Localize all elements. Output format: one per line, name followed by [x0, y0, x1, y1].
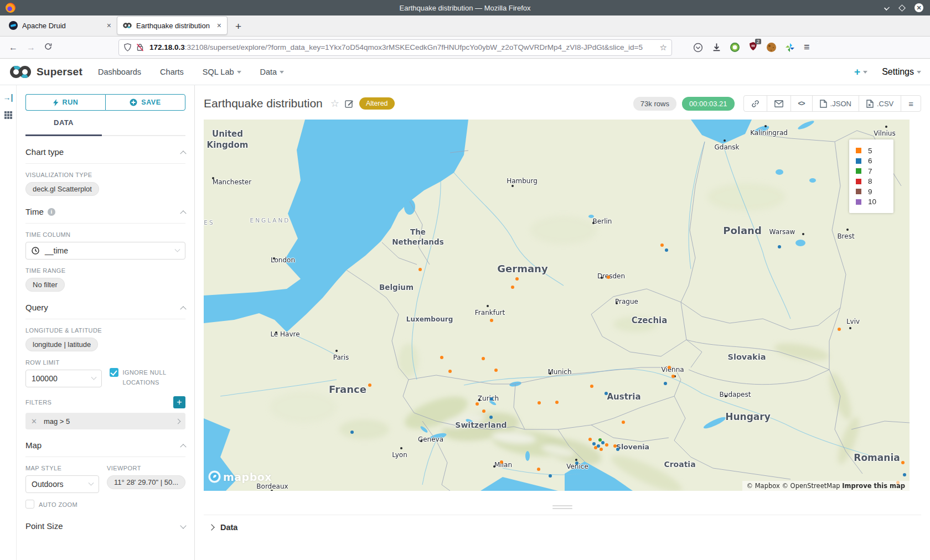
- data-point: [778, 245, 781, 248]
- map-attribution[interactable]: © Mapbox © OpenStreetMap Improve this ma…: [742, 481, 910, 491]
- data-point: [448, 370, 452, 373]
- datasource-grid-icon[interactable]: [4, 111, 13, 120]
- insecure-lock-icon[interactable]: [136, 43, 144, 51]
- new-tab-button[interactable]: +: [235, 20, 241, 33]
- legend-label: 10: [868, 198, 876, 206]
- chevron-up-icon: [180, 210, 186, 216]
- extension-pinwheel-icon[interactable]: [785, 43, 795, 53]
- nav-charts[interactable]: Charts: [160, 68, 184, 76]
- nav-sql-lab[interactable]: SQL Lab: [203, 68, 241, 76]
- data-point: [490, 397, 493, 401]
- map-label: Switzerland: [455, 420, 507, 431]
- forward-button[interactable]: →: [27, 43, 35, 53]
- nav-dashboards[interactable]: Dashboards: [98, 68, 141, 76]
- tab-close-icon[interactable]: ×: [217, 21, 221, 30]
- city-dot: [400, 447, 402, 449]
- collapse-panel-icon[interactable]: →|: [3, 93, 13, 102]
- viz-type-value[interactable]: deck.gl Scatterplot: [25, 182, 99, 196]
- reload-button[interactable]: [44, 43, 52, 53]
- data-section-toggle[interactable]: Data: [204, 515, 921, 532]
- auto-zoom-label: AUTO ZOOM: [39, 500, 78, 510]
- lonlat-value[interactable]: longitude | latitude: [25, 338, 98, 351]
- city-dot: [592, 222, 595, 224]
- extension-badge: 2: [755, 39, 761, 44]
- panel-resize-handle[interactable]: [552, 505, 572, 509]
- favorite-star-icon[interactable]: ☆: [330, 97, 339, 110]
- chevron-up-icon: [180, 306, 186, 312]
- section-chart-type[interactable]: Chart type: [25, 136, 185, 163]
- window-close-button[interactable]: ✕: [914, 3, 923, 12]
- viewport-value[interactable]: 11° 28' 29.70" | 50...: [107, 475, 185, 489]
- chart-menu-button[interactable]: ≡: [901, 96, 921, 111]
- bookmark-star-icon[interactable]: ☆: [660, 43, 667, 53]
- section-map[interactable]: Map: [25, 429, 185, 457]
- pocket-icon[interactable]: [693, 43, 703, 53]
- export-json-button[interactable]: .JSON: [813, 96, 859, 111]
- city-dot: [512, 185, 514, 187]
- export-csv-button[interactable]: .CSV: [859, 96, 901, 111]
- ignore-null-checkbox[interactable]: [110, 368, 118, 377]
- edit-pencil-icon[interactable]: [345, 99, 354, 108]
- extension-privacy-icon[interactable]: [730, 43, 740, 52]
- city-dot: [549, 372, 551, 375]
- back-button[interactable]: ←: [9, 43, 18, 53]
- url-input[interactable]: 172.18.0.3:32108/superset/explore/?form_…: [118, 39, 672, 56]
- extension-cookie-icon[interactable]: [767, 43, 776, 52]
- attribution-mapbox[interactable]: © Mapbox: [747, 482, 780, 490]
- tab-apache-druid[interactable]: Apache Druid ×: [3, 16, 117, 35]
- shield-icon[interactable]: [123, 43, 132, 51]
- auto-zoom-checkbox[interactable]: [25, 500, 34, 509]
- add-new-button[interactable]: +: [854, 66, 867, 78]
- browser-menu-icon[interactable]: ≡: [804, 42, 810, 53]
- panel-tabs: DATA: [25, 118, 185, 136]
- druid-favicon-icon: [9, 21, 18, 30]
- time-range-value[interactable]: No filter: [25, 278, 65, 292]
- email-button[interactable]: [767, 96, 791, 111]
- add-filter-button[interactable]: +: [173, 396, 185, 408]
- nav-settings[interactable]: Settings: [882, 67, 921, 77]
- map-label: Budapest: [720, 390, 751, 399]
- map-overlay: UnitedKingdomTheNetherlandsBelgiumLuxemb…: [204, 120, 910, 491]
- file-csv-icon: [866, 100, 874, 108]
- row-limit-select[interactable]: 100000: [25, 370, 102, 387]
- save-button[interactable]: SAVE: [105, 94, 185, 111]
- tab-data[interactable]: DATA: [25, 118, 102, 127]
- superset-favicon-icon: [123, 21, 132, 30]
- altered-badge: Altered: [359, 97, 395, 110]
- mapbox-logo-icon: [208, 470, 221, 483]
- window-minimize-button[interactable]: [884, 5, 890, 11]
- mapbox-logo[interactable]: mapbox: [208, 470, 272, 483]
- superset-brand[interactable]: Superset: [9, 65, 82, 79]
- legend-label: 9: [868, 188, 872, 196]
- remove-filter-icon[interactable]: ✕: [31, 417, 37, 426]
- nav-data[interactable]: Data: [260, 68, 285, 76]
- section-point-size[interactable]: Point Size: [25, 510, 185, 537]
- ignore-null-label: IGNORE NULL LOCATIONS: [123, 368, 186, 387]
- section-query[interactable]: Query: [25, 292, 185, 319]
- time-column-select[interactable]: __time: [25, 242, 185, 260]
- map-label: Vienna: [661, 365, 684, 374]
- share-link-button[interactable]: [744, 96, 767, 111]
- legend-swatch: [856, 189, 861, 194]
- section-time[interactable]: Timei: [25, 196, 185, 223]
- map-style-select[interactable]: Outdoors: [25, 475, 99, 493]
- chevron-down-icon: [917, 71, 921, 74]
- query-timer-badge: 00:00:03.21: [682, 97, 735, 111]
- chart-panel: Earthquake distribution ☆ Altered 73k ro…: [195, 85, 930, 560]
- extension-ublock-icon[interactable]: 2: [748, 42, 758, 53]
- run-button[interactable]: RUN: [25, 94, 105, 111]
- data-point: [622, 421, 625, 424]
- downloads-icon[interactable]: [712, 43, 721, 52]
- embed-code-button[interactable]: <>: [791, 96, 813, 111]
- chevron-down-icon: [89, 480, 94, 485]
- window-maximize-button[interactable]: [898, 4, 906, 12]
- data-point: [665, 248, 668, 252]
- tab-close-icon[interactable]: ×: [107, 21, 111, 30]
- map-legend[interactable]: 5678910: [849, 139, 893, 213]
- tab-earthquake-distribution[interactable]: Earthquake distribution ×: [117, 16, 228, 35]
- deckgl-map[interactable]: UnitedKingdomTheNetherlandsBelgiumLuxemb…: [204, 120, 910, 491]
- attribution-osm[interactable]: © OpenStreetMap: [782, 482, 840, 490]
- window-title: Earthquake distribution — Mozilla Firefo…: [0, 4, 930, 12]
- attribution-improve-link[interactable]: Improve this map: [842, 482, 905, 490]
- filter-item[interactable]: ✕ mag > 5: [25, 413, 185, 429]
